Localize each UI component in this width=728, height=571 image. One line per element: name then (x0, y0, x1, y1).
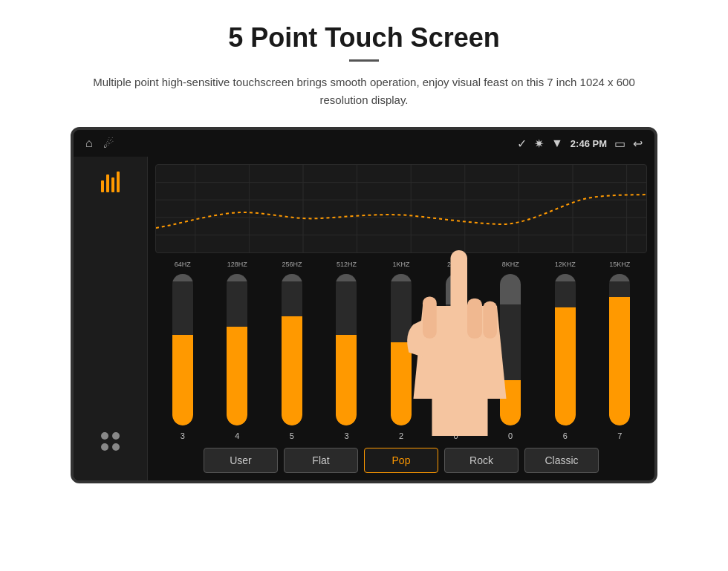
battery-icon: ▭ (614, 137, 625, 151)
slider-track-1[interactable] (227, 274, 247, 425)
eq-channel-2: 256HZ5 (264, 261, 319, 440)
subtitle: Multiple point high-sensitive touchscree… (74, 74, 654, 109)
freq-label-3: 512HZ (337, 261, 357, 268)
eq-channel-4: 1KHZ2 (374, 261, 429, 440)
usb-icon: ☄ (103, 137, 114, 151)
dot-1 (101, 432, 108, 440)
preset-btn-user[interactable]: User (204, 448, 278, 473)
eq-icon[interactable] (101, 172, 120, 192)
status-bar-right: ✓ ✷ ▼ 2:46 PM ▭ ↩ (517, 137, 643, 151)
freq-label-7: 12KHZ (555, 261, 576, 268)
location-icon: ✓ (517, 137, 527, 151)
slider-track-0[interactable] (172, 274, 193, 425)
slider-track-7[interactable] (555, 274, 576, 425)
slider-value-8: 7 (617, 431, 622, 440)
bluetooth-icon: ✷ (534, 137, 544, 151)
preset-btn-pop[interactable]: Pop (364, 448, 438, 473)
home-icon: ⌂ (85, 137, 93, 150)
status-bar-left: ⌂ ☄ (85, 137, 114, 151)
eq-channel-6: 8KHZ0 (483, 261, 538, 440)
freq-label-6: 8KHZ (502, 261, 519, 268)
slider-value-2: 5 (290, 431, 294, 440)
freq-label-8: 15KHZ (609, 261, 630, 268)
slider-gray-3 (336, 274, 357, 281)
slider-fill-2 (282, 316, 302, 425)
eq-sliders-area: 64HZ3128HZ4256HZ5512HZ31KHZ22KHZ08KHZ012… (155, 261, 647, 440)
slider-track-4[interactable] (391, 274, 412, 425)
back-icon: ↩ (633, 137, 643, 151)
eq-channel-5: 2KHZ0 (429, 261, 484, 440)
slider-fill-5 (446, 380, 467, 425)
content-area: 64HZ3128HZ4256HZ5512HZ31KHZ22KHZ08KHZ012… (148, 157, 654, 480)
slider-gray-6 (500, 274, 521, 304)
slider-value-0: 3 (181, 431, 185, 440)
status-bar: ⌂ ☄ ✓ ✷ ▼ 2:46 PM ▭ ↩ (74, 130, 654, 157)
slider-fill-4 (391, 342, 412, 425)
main-area: 64HZ3128HZ4256HZ5512HZ31KHZ22KHZ08KHZ012… (74, 157, 654, 480)
eq-bar-3 (111, 177, 114, 192)
slider-gray-8 (609, 274, 630, 281)
eq-channel-1: 128HZ4 (210, 261, 265, 440)
slider-gray-5 (446, 274, 467, 304)
slider-gray-1 (227, 274, 247, 281)
freq-label-0: 64HZ (175, 261, 191, 268)
eq-bar-2 (106, 174, 109, 192)
slider-value-7: 6 (563, 431, 568, 440)
eq-bar-1 (101, 180, 104, 192)
status-time: 2:46 PM (571, 138, 607, 149)
freq-label-5: 2KHZ (447, 261, 464, 268)
slider-value-3: 3 (344, 431, 348, 440)
dot-3 (101, 443, 108, 451)
freq-label-4: 1KHZ (393, 261, 410, 268)
eq-bar-4 (117, 172, 120, 192)
preset-btn-rock[interactable]: Rock (444, 448, 519, 473)
slider-value-6: 0 (508, 431, 513, 440)
slider-value-5: 0 (454, 431, 458, 440)
slider-gray-2 (282, 274, 302, 281)
preset-btn-flat[interactable]: Flat (284, 448, 358, 473)
eq-channel-7: 12KHZ6 (538, 261, 593, 440)
slider-gray-7 (555, 274, 576, 281)
wifi-icon: ▼ (551, 137, 563, 150)
slider-fill-6 (500, 380, 521, 425)
slider-track-5[interactable] (446, 274, 467, 425)
sidebar-dots (101, 432, 120, 451)
title-divider (349, 59, 379, 62)
dot-4 (112, 443, 120, 451)
slider-fill-8 (609, 297, 630, 425)
page-title: 5 Point Touch Screen (228, 22, 499, 53)
dot-2 (112, 432, 120, 440)
slider-gray-4 (391, 274, 412, 281)
freq-label-1: 128HZ (227, 261, 247, 268)
eq-channel-3: 512HZ3 (319, 261, 374, 440)
slider-fill-7 (555, 307, 576, 425)
slider-track-2[interactable] (282, 274, 302, 425)
sidebar (74, 157, 148, 480)
eq-channel-0: 64HZ3 (155, 261, 210, 440)
slider-track-6[interactable] (500, 274, 521, 425)
slider-fill-0 (172, 335, 193, 425)
preset-buttons: UserFlatPopRockClassic (155, 448, 647, 473)
slider-value-1: 4 (235, 431, 239, 440)
eq-channel-8: 15KHZ7 (593, 261, 648, 440)
slider-fill-3 (336, 335, 357, 425)
slider-gray-0 (172, 274, 193, 281)
device-frame: ⌂ ☄ ✓ ✷ ▼ 2:46 PM ▭ ↩ (71, 127, 657, 483)
eq-bars (101, 172, 120, 192)
slider-value-4: 2 (399, 431, 403, 440)
slider-track-8[interactable] (609, 274, 630, 425)
preset-btn-classic[interactable]: Classic (524, 448, 599, 473)
eq-graph (155, 164, 647, 253)
slider-fill-1 (227, 327, 247, 425)
freq-label-2: 256HZ (282, 261, 302, 268)
slider-track-3[interactable] (336, 274, 357, 425)
